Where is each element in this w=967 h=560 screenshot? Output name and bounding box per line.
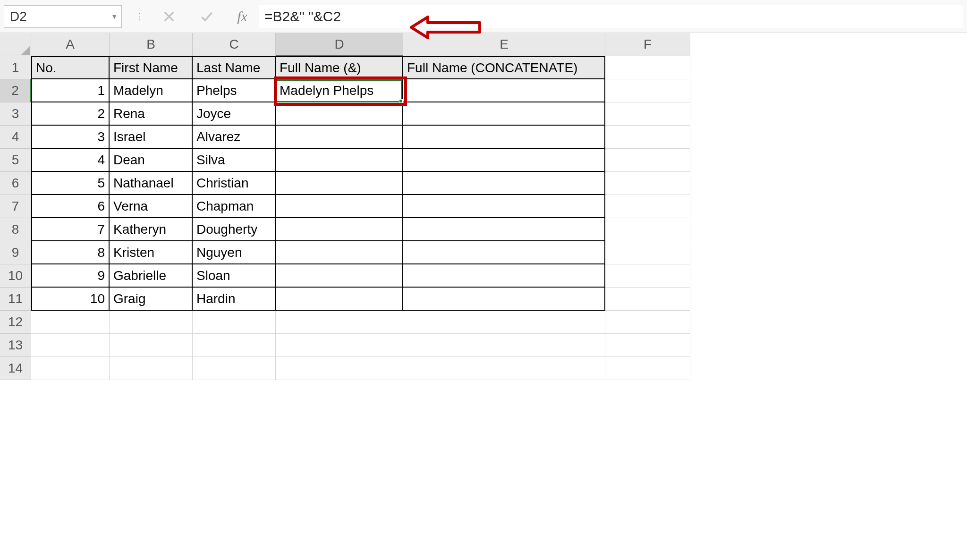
row-header-13[interactable]: 13 xyxy=(0,334,31,357)
cell-F1[interactable] xyxy=(605,56,690,79)
cell-E2[interactable] xyxy=(403,79,605,102)
cell-B3[interactable]: Rena xyxy=(110,102,193,126)
cell-B8[interactable]: Katheryn xyxy=(110,218,193,241)
cell-A3[interactable]: 2 xyxy=(31,102,110,126)
cell-B11[interactable]: Graig xyxy=(110,288,193,311)
col-header-B[interactable]: B xyxy=(110,33,193,56)
cell-D2[interactable]: Madelyn Phelps xyxy=(276,79,403,102)
cell-D10[interactable] xyxy=(276,264,403,288)
cell-F10[interactable] xyxy=(605,264,690,288)
cell-C10[interactable]: Sloan xyxy=(193,264,276,288)
cell-D6[interactable] xyxy=(276,172,403,195)
cell-D12[interactable] xyxy=(276,311,403,334)
cell-B2[interactable]: Madelyn xyxy=(110,79,193,102)
cell-C9[interactable]: Nguyen xyxy=(193,241,276,264)
col-header-C[interactable]: C xyxy=(193,33,276,56)
cell-E10[interactable] xyxy=(403,264,605,288)
cell-E13[interactable] xyxy=(403,334,605,357)
cell-A7[interactable]: 6 xyxy=(31,195,110,218)
cell-C5[interactable]: Silva xyxy=(193,149,276,172)
cell-E5[interactable] xyxy=(403,149,605,172)
name-box-dropdown-icon[interactable]: ▼ xyxy=(111,13,118,20)
cell-B7[interactable]: Verna xyxy=(110,195,193,218)
cell-B9[interactable]: Kristen xyxy=(110,241,193,264)
cell-F2[interactable] xyxy=(605,79,690,102)
cell-E11[interactable] xyxy=(403,288,605,311)
row-header-14[interactable]: 14 xyxy=(0,357,31,380)
row-header-2[interactable]: 2 xyxy=(0,79,31,102)
cell-C11[interactable]: Hardin xyxy=(193,288,276,311)
cell-D3[interactable] xyxy=(276,102,403,126)
col-header-F[interactable]: F xyxy=(605,33,690,56)
spreadsheet-grid[interactable]: A B C D E F 1 No. First Name Last Name F… xyxy=(0,33,967,380)
cell-B14[interactable] xyxy=(110,357,193,380)
cell-D7[interactable] xyxy=(276,195,403,218)
cell-C1[interactable]: Last Name xyxy=(193,56,276,79)
cell-A6[interactable]: 5 xyxy=(31,172,110,195)
cell-C4[interactable]: Alvarez xyxy=(193,126,276,149)
select-all-corner[interactable] xyxy=(0,33,31,56)
cell-F7[interactable] xyxy=(605,195,690,218)
row-header-5[interactable]: 5 xyxy=(0,149,31,172)
cell-F11[interactable] xyxy=(605,288,690,311)
cell-B5[interactable]: Dean xyxy=(110,149,193,172)
cell-E14[interactable] xyxy=(403,357,605,380)
row-header-8[interactable]: 8 xyxy=(0,218,31,241)
cell-C12[interactable] xyxy=(193,311,276,334)
cell-A2[interactable]: 1 xyxy=(31,79,110,102)
cell-B13[interactable] xyxy=(110,334,193,357)
cell-A13[interactable] xyxy=(31,334,110,357)
cell-D1[interactable]: Full Name (&) xyxy=(276,56,403,79)
col-header-D[interactable]: D xyxy=(276,33,403,56)
cell-B10[interactable]: Gabrielle xyxy=(110,264,193,288)
cell-A8[interactable]: 7 xyxy=(31,218,110,241)
cell-D5[interactable] xyxy=(276,149,403,172)
cell-F9[interactable] xyxy=(605,241,690,264)
cell-F5[interactable] xyxy=(605,149,690,172)
cell-D9[interactable] xyxy=(276,241,403,264)
cell-C14[interactable] xyxy=(193,357,276,380)
cell-B4[interactable]: Israel xyxy=(110,126,193,149)
fx-label[interactable]: fx xyxy=(226,8,259,25)
cell-F6[interactable] xyxy=(605,172,690,195)
formula-input[interactable]: =B2&" "&C2 xyxy=(259,5,963,28)
cell-E1[interactable]: Full Name (CONCATENATE) xyxy=(403,56,605,79)
cell-D13[interactable] xyxy=(276,334,403,357)
cell-B1[interactable]: First Name xyxy=(110,56,193,79)
cell-F12[interactable] xyxy=(605,311,690,334)
cell-E9[interactable] xyxy=(403,241,605,264)
cell-A9[interactable]: 8 xyxy=(31,241,110,264)
cell-C3[interactable]: Joyce xyxy=(193,102,276,126)
cell-A4[interactable]: 3 xyxy=(31,126,110,149)
cell-A12[interactable] xyxy=(31,311,110,334)
row-header-4[interactable]: 4 xyxy=(0,126,31,149)
row-header-10[interactable]: 10 xyxy=(0,264,31,288)
cell-D11[interactable] xyxy=(276,288,403,311)
cell-F13[interactable] xyxy=(605,334,690,357)
cell-B6[interactable]: Nathanael xyxy=(110,172,193,195)
cell-A10[interactable]: 9 xyxy=(31,264,110,288)
cell-C2[interactable]: Phelps xyxy=(193,79,276,102)
cell-A14[interactable] xyxy=(31,357,110,380)
col-header-A[interactable]: A xyxy=(31,33,110,56)
cell-F14[interactable] xyxy=(605,357,690,380)
row-header-7[interactable]: 7 xyxy=(0,195,31,218)
cell-C13[interactable] xyxy=(193,334,276,357)
name-box[interactable]: D2 ▼ xyxy=(4,5,122,28)
cell-A11[interactable]: 10 xyxy=(31,288,110,311)
row-header-12[interactable]: 12 xyxy=(0,311,31,334)
row-header-1[interactable]: 1 xyxy=(0,56,31,79)
row-header-3[interactable]: 3 xyxy=(0,102,31,126)
cell-C8[interactable]: Dougherty xyxy=(193,218,276,241)
cell-E7[interactable] xyxy=(403,195,605,218)
cell-A5[interactable]: 4 xyxy=(31,149,110,172)
row-header-6[interactable]: 6 xyxy=(0,172,31,195)
cell-C7[interactable]: Chapman xyxy=(193,195,276,218)
cell-E3[interactable] xyxy=(403,102,605,126)
cell-A1[interactable]: No. xyxy=(31,56,110,79)
row-header-9[interactable]: 9 xyxy=(0,241,31,264)
row-header-11[interactable]: 11 xyxy=(0,288,31,311)
cell-E6[interactable] xyxy=(403,172,605,195)
cell-C6[interactable]: Christian xyxy=(193,172,276,195)
cell-D4[interactable] xyxy=(276,126,403,149)
